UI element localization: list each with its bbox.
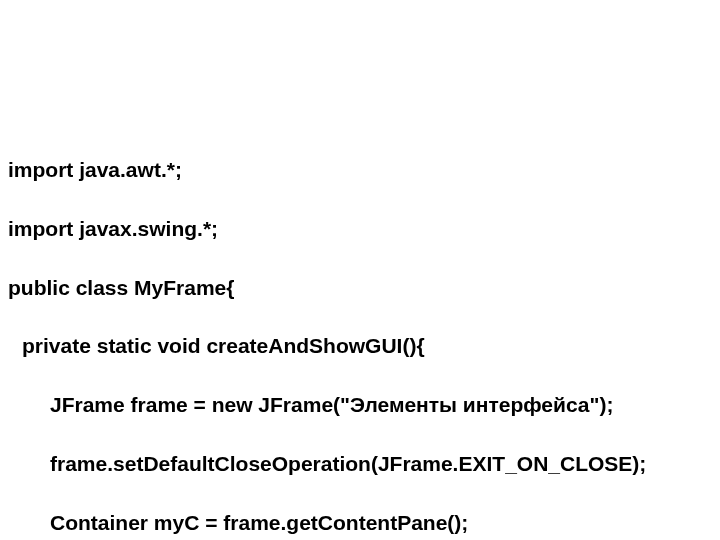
code-line: import java.awt.*;: [8, 155, 720, 184]
code-line: Container myC = frame.getContentPane();: [8, 508, 720, 537]
code-line: JFrame frame = new JFrame("Элементы инте…: [8, 390, 720, 419]
code-line: frame.setDefaultCloseOperation(JFrame.EX…: [8, 449, 720, 478]
code-line: public class MyFrame{: [8, 273, 720, 302]
code-block: import java.awt.*; import javax.swing.*;…: [8, 126, 720, 540]
code-line: import javax.swing.*;: [8, 214, 720, 243]
code-line: private static void createAndShowGUI(){: [8, 331, 720, 360]
